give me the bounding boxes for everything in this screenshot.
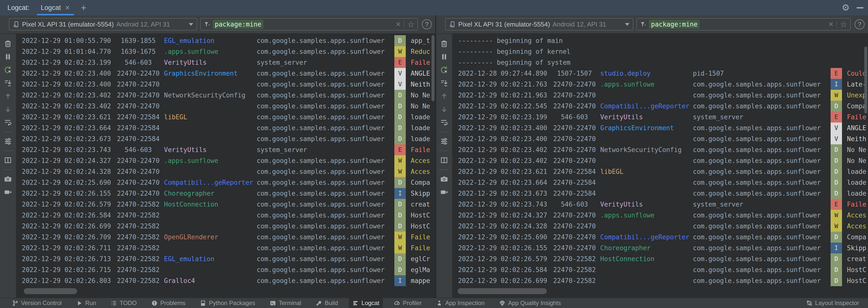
statusbar-item-python-packages[interactable]: Python Packages	[196, 298, 259, 308]
hide-toolwindow-icon[interactable]	[857, 7, 864, 8]
log-row[interactable]: 2022-12-29 02:02:23.67322470-22584com.go…	[453, 188, 868, 199]
log-row[interactable]: 2022-12-29 02:02:26.15522470-22470Choreo…	[17, 188, 435, 199]
logcat-options-icon[interactable]	[3, 137, 12, 146]
log-row[interactable]: 2022-12-29 02:02:24.32722470-22470.apps.…	[17, 155, 435, 166]
horizontal-scrollbar-thumb[interactable]	[458, 288, 547, 294]
log-row[interactable]: 2022-12-29 02:02:26.69922470-22582com.go…	[17, 221, 435, 232]
screen-record-icon[interactable]	[3, 188, 12, 197]
log-row[interactable]: 2022-12-28 09:27:44.8901507-1507studio.d…	[453, 68, 868, 79]
log-row[interactable]: 2022-12-29 02:02:25.69022470-22470Compat…	[17, 177, 435, 188]
screenshot-icon[interactable]	[3, 175, 12, 184]
log-row[interactable]: 2022-12-29 02:02:23.62122470-22584libEGL…	[17, 112, 435, 122]
previous-occurrence-icon[interactable]	[3, 92, 12, 101]
statusbar-item-layout-inspector[interactable]: Layout Inspector	[803, 300, 863, 307]
next-occurrence-icon[interactable]	[440, 105, 448, 114]
log-row[interactable]: 2022-12-29 02:02:23.199546-603VerityUtil…	[17, 57, 435, 68]
log-row[interactable]: 2022-12-29 02:02:23.62122470-22584libEGL…	[453, 166, 868, 177]
log-row[interactable]: 2022-12-29 02:02:23.40022470-22470Graphi…	[453, 122, 868, 133]
filter-input[interactable]: package:mine✕☆	[200, 18, 418, 30]
log-row[interactable]: 2022-12-29 02:02:26.71322470-22582EGL_em…	[17, 253, 435, 264]
log-row[interactable]: 2022-12-29 01:01:04.7701639-1675.apps.su…	[17, 46, 435, 57]
log-row[interactable]: --------- beginning of kernel	[453, 46, 868, 57]
filter-help-icon[interactable]: ?	[422, 19, 432, 29]
split-panel-icon[interactable]	[3, 156, 12, 165]
log-row[interactable]: 2022-12-29 02:02:26.15522470-22470Choreo…	[453, 243, 868, 253]
log-row[interactable]: 2022-12-29 02:02:26.58422470-22582com.go…	[17, 210, 435, 221]
scroll-to-end-icon[interactable]	[440, 79, 448, 87]
device-selector[interactable]: Pixel XL API 31 (emulator-5554)Android 1…	[9, 18, 197, 30]
tab-close-icon[interactable]: ✕	[65, 4, 70, 11]
statusbar-item-todo[interactable]: TODO	[107, 298, 140, 308]
statusbar-item-app-inspection[interactable]: App Inspection	[433, 298, 488, 308]
vertical-scrollbar-thumb[interactable]	[432, 35, 434, 101]
screenshot-icon[interactable]	[440, 175, 448, 184]
log-row[interactable]: 2022-12-29 02:02:25.69022470-22470Compat…	[453, 232, 868, 243]
statusbar-item-version-control[interactable]: Version Control	[8, 298, 65, 308]
log-row[interactable]: 2022-12-29 02:02:23.66422470-22584com.go…	[17, 122, 435, 133]
clear-logcat-icon[interactable]	[3, 39, 12, 48]
next-occurrence-icon[interactable]	[3, 105, 12, 114]
clear-logcat-icon[interactable]	[440, 39, 448, 48]
log-row[interactable]: 2022-12-29 02:02:23.199546-603VerityUtil…	[453, 112, 868, 122]
soft-wrap-icon[interactable]	[3, 118, 12, 127]
horizontal-scrollbar-thumb[interactable]	[24, 288, 77, 294]
log-row[interactable]: 2022-12-29 02:02:23.67322470-22584com.go…	[17, 133, 435, 144]
filter-input[interactable]: package:mine✕☆	[637, 18, 851, 30]
statusbar-item-build[interactable]: Build	[312, 298, 341, 308]
log-row[interactable]: 2022-12-29 02:02:23.743546-603VerityUtil…	[17, 144, 435, 155]
log-row[interactable]: 2022-12-29 02:02:21.96322470-22470com.go…	[453, 90, 868, 101]
previous-occurrence-icon[interactable]	[440, 92, 448, 101]
log-row[interactable]: 2022-12-29 02:02:22.54522470-22470Compat…	[453, 101, 868, 112]
log-row[interactable]: 2022-12-29 02:02:23.66422470-22584com.go…	[453, 177, 868, 188]
log-row[interactable]: 2022-12-29 02:02:21.76322470-22470.apps.…	[453, 79, 868, 90]
log-row[interactable]: 2022-12-29 02:02:26.71522470-22582com.go…	[17, 264, 435, 275]
log-row[interactable]: 2022-12-29 02:02:23.40022470-22470com.go…	[453, 133, 868, 144]
log-row[interactable]: 2022-12-29 02:02:23.40222470-22470com.go…	[17, 101, 435, 112]
log-row[interactable]: 2022-12-29 02:02:23.40222470-22470com.go…	[453, 155, 868, 166]
log-row[interactable]: 2022-12-29 02:02:24.32822470-22470com.go…	[453, 221, 868, 232]
new-logcat-tab-button[interactable]: +	[76, 0, 91, 16]
statusbar-item-problems[interactable]: Problems	[148, 298, 189, 308]
settings-gear-icon[interactable]: ⚙	[842, 3, 850, 12]
log-row[interactable]: --------- beginning of system	[453, 57, 868, 68]
log-row[interactable]: 2022-12-29 02:02:23.40222470-22470Networ…	[453, 144, 868, 155]
restart-logcat-icon[interactable]	[3, 65, 12, 75]
statusbar-item-terminal[interactable]: Terminal	[266, 298, 305, 308]
log-row[interactable]: 2022-12-29 01:00:55.7901639-1855EGL_emul…	[17, 35, 435, 46]
vertical-scrollbar-thumb[interactable]	[864, 47, 867, 114]
split-panel-icon[interactable]	[440, 156, 448, 165]
screen-record-icon[interactable]	[440, 188, 448, 197]
log-row[interactable]: 2022-12-29 02:02:26.80322470-22582Grallo…	[17, 275, 435, 286]
status-bar: Version ControlRunTODOProblemsPython Pac…	[0, 298, 868, 308]
log-row[interactable]: 2022-12-29 02:02:23.40022470-22470com.go…	[17, 79, 435, 90]
log-row[interactable]: 2022-12-29 02:02:26.71122470-22582com.go…	[17, 243, 435, 253]
soft-wrap-icon[interactable]	[440, 118, 448, 127]
filter-help-icon[interactable]: ?	[855, 19, 865, 29]
logcat-options-icon[interactable]	[440, 137, 448, 146]
statusbar-item-profiler[interactable]: Profiler	[390, 298, 425, 308]
log-row[interactable]: 2022-12-29 02:02:24.32822470-22470com.go…	[17, 166, 435, 177]
clear-filter-icon[interactable]: ✕	[828, 21, 834, 28]
clear-filter-icon[interactable]: ✕	[396, 21, 401, 28]
statusbar-item-app-quality-insights[interactable]: App Quality Insights	[495, 298, 564, 308]
statusbar-item-run[interactable]: Run	[72, 298, 100, 308]
favorite-filter-icon[interactable]: ☆	[407, 20, 414, 28]
log-row[interactable]: 2022-12-29 02:02:23.40022470-22470Graphi…	[17, 68, 435, 79]
log-row[interactable]: 2022-12-29 02:02:26.57922470-22582HostCo…	[17, 199, 435, 210]
statusbar-item-logcat[interactable]: Logcat	[349, 298, 383, 308]
log-row[interactable]: 2022-12-29 02:02:24.32722470-22470.apps.…	[453, 210, 868, 221]
log-row[interactable]: 2022-12-29 02:02:26.58422470-22582com.go…	[453, 264, 868, 275]
log-row[interactable]: 2022-12-29 02:02:26.69922470-22582com.go…	[453, 275, 868, 286]
favorite-filter-icon[interactable]: ☆	[840, 20, 847, 28]
log-row[interactable]: 2022-12-29 02:02:23.40222470-22470Networ…	[17, 90, 435, 101]
log-row[interactable]: 2022-12-29 02:02:26.70922470-22582OpenGL…	[17, 232, 435, 243]
pause-icon[interactable]	[440, 52, 448, 61]
pause-icon[interactable]	[3, 52, 12, 61]
device-selector[interactable]: Pixel XL API 31 (emulator-5554)Android 1…	[445, 18, 633, 30]
tab-logcat[interactable]: Logcat ✕	[36, 0, 74, 16]
log-row[interactable]: --------- beginning of main	[453, 35, 868, 46]
log-row[interactable]: 2022-12-29 02:02:23.743546-603VerityUtil…	[453, 199, 868, 210]
log-row[interactable]: 2022-12-29 02:02:26.57922470-22582HostCo…	[453, 253, 868, 264]
scroll-to-end-icon[interactable]	[3, 79, 12, 87]
restart-logcat-icon[interactable]	[440, 65, 448, 75]
